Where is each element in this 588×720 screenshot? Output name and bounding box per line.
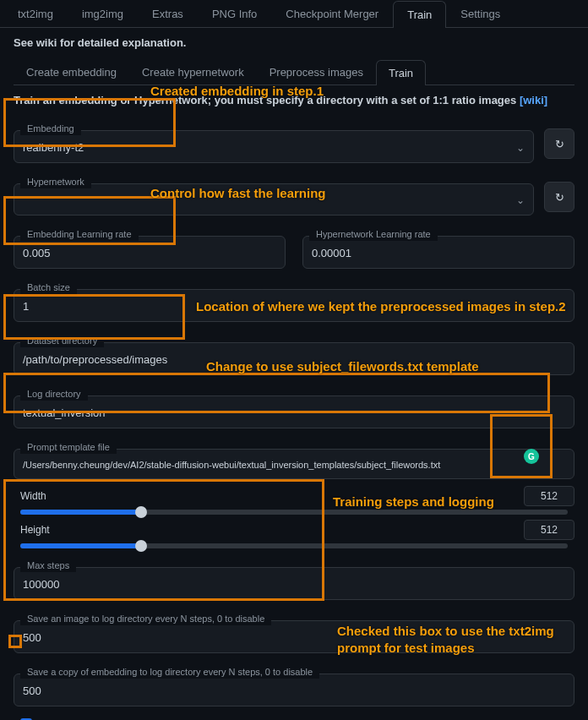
- maxsteps-input[interactable]: [14, 567, 574, 600]
- tab-settings[interactable]: Settings: [446, 0, 514, 27]
- tab-extras[interactable]: Extras: [138, 0, 198, 27]
- tab-pnginfo[interactable]: PNG Info: [198, 0, 271, 27]
- prompt-label: Prompt template file: [20, 440, 117, 454]
- train-description: Train an embedding or Hypernetwork; you …: [14, 94, 574, 106]
- refresh-icon: ↻: [555, 138, 564, 150]
- chevron-down-icon: ⌄: [516, 194, 525, 206]
- tab-checkpoint[interactable]: Checkpoint Merger: [271, 0, 393, 27]
- wiki-link[interactable]: [wiki]: [520, 94, 547, 106]
- emb-lr-label: Embedding Learning rate: [20, 227, 139, 241]
- width-label: Width: [14, 490, 46, 502]
- height-label: Height: [14, 524, 50, 536]
- tab-txt2img[interactable]: txt2img: [3, 0, 68, 27]
- tab-train[interactable]: Train: [393, 1, 446, 28]
- dataset-label: Dataset directory: [20, 334, 104, 347]
- height-value[interactable]: 512: [524, 520, 574, 540]
- subtab-preprocess[interactable]: Preprocess images: [257, 59, 376, 85]
- hypernetwork-select[interactable]: ⌄: [14, 183, 534, 215]
- batch-label: Batch size: [20, 281, 77, 294]
- chevron-down-icon: ⌄: [516, 142, 525, 154]
- subtab-train[interactable]: Train: [376, 60, 426, 85]
- wiki-note: See wiki for detailed explanation.: [14, 36, 574, 49]
- tab-img2img[interactable]: img2img: [68, 0, 138, 27]
- subtab-create-embedding[interactable]: Create embedding: [14, 59, 129, 85]
- main-tabs: txt2img img2img Extras PNG Info Checkpoi…: [0, 0, 588, 28]
- batch-input[interactable]: [14, 289, 574, 322]
- maxsteps-label: Max steps: [20, 559, 76, 572]
- savecopy-label: Save a copy of embedding to log director…: [20, 665, 319, 679]
- embedding-select[interactable]: realbenny-t2 ⌄: [14, 130, 534, 163]
- width-value[interactable]: 512: [524, 486, 574, 506]
- refresh-hypernetwork-button[interactable]: ↻: [544, 182, 574, 212]
- subtab-create-hypernetwork[interactable]: Create hypernetwork: [129, 59, 257, 85]
- hyp-lr-label: Hypernetwork Learning rate: [309, 227, 438, 241]
- grammarly-icon: G: [524, 449, 539, 464]
- refresh-icon: ↻: [555, 191, 564, 204]
- embedding-label: Embedding: [20, 122, 81, 135]
- height-slider[interactable]: [20, 543, 568, 548]
- log-input[interactable]: [14, 395, 574, 428]
- hypernetwork-label: Hypernetwork: [20, 175, 91, 188]
- train-subtabs: Create embedding Create hypernetwork Pre…: [14, 59, 574, 85]
- width-slider[interactable]: [20, 510, 568, 515]
- saveimg-label: Save an image to log directory every N s…: [20, 612, 271, 625]
- log-label: Log directory: [20, 387, 88, 401]
- refresh-embedding-button[interactable]: ↻: [544, 128, 574, 159]
